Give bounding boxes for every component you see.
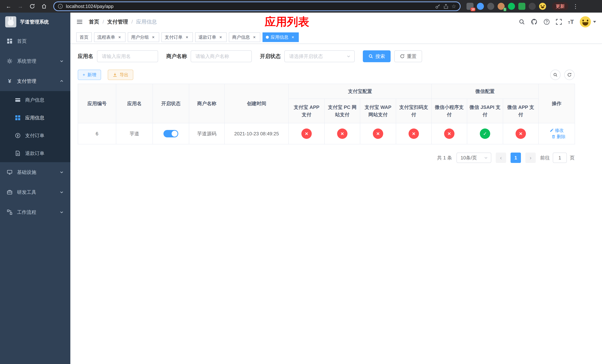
close-icon[interactable]: × <box>252 35 257 40</box>
cell-status <box>153 123 189 144</box>
page-size-select[interactable]: 10条/页 <box>456 152 491 163</box>
tab-merchant-info[interactable]: 商户信息× <box>229 32 260 42</box>
sidebar-item-merchant-info[interactable]: 商户信息 <box>0 91 70 109</box>
forward-icon[interactable]: → <box>16 1 25 11</box>
config-status-icon <box>408 128 419 139</box>
browser-update-button[interactable]: 更新 <box>552 2 568 10</box>
edit-link[interactable]: 修改 <box>550 127 564 133</box>
home-icon[interactable] <box>39 1 49 11</box>
search-icon[interactable] <box>519 19 525 25</box>
app-name-input[interactable] <box>97 50 158 62</box>
status-toggle[interactable] <box>163 130 178 137</box>
tab-home[interactable]: 首页 <box>76 32 92 42</box>
close-icon[interactable]: × <box>117 35 122 40</box>
font-size-icon[interactable]: TT <box>568 19 574 25</box>
tab-label: 支付订单 <box>165 34 183 40</box>
browser-menu-icon[interactable]: ⋮ <box>570 3 580 10</box>
sidebar-item-system[interactable]: 系统管理 <box>0 51 70 71</box>
col-header-app-name: 应用名 <box>116 84 153 123</box>
sidebar-item-refund-orders[interactable]: 退款订单 <box>0 144 70 162</box>
goto-page: 前往 页 <box>540 152 575 163</box>
close-icon[interactable]: × <box>290 35 295 40</box>
reload-icon[interactable] <box>27 1 37 11</box>
refresh-table-button[interactable] <box>564 70 575 80</box>
github-icon[interactable] <box>531 19 538 25</box>
breadcrumb-separator: / <box>131 19 133 25</box>
url-text[interactable]: localhost:1024/pay/app <box>66 4 432 9</box>
delete-link[interactable]: 删除 <box>551 134 566 139</box>
fullscreen-icon[interactable] <box>556 19 562 25</box>
hamburger-icon[interactable] <box>76 19 83 25</box>
extension-icon[interactable]: 10 <box>466 3 473 10</box>
active-dot <box>266 36 269 39</box>
search-button[interactable]: 搜索 <box>363 50 391 62</box>
config-status-icon <box>444 128 454 139</box>
sidebar-logo[interactable]: 芋道管理系统 <box>0 13 70 31</box>
tab-label: 首页 <box>80 34 88 40</box>
status-select[interactable]: 请选择开启状态 <box>284 50 355 62</box>
bookmark-star-icon[interactable]: ☆ <box>452 3 456 10</box>
avatar-eye <box>587 20 588 21</box>
extension-icon[interactable] <box>487 3 494 10</box>
close-icon[interactable]: × <box>184 35 190 40</box>
sidebar: 芋道管理系统 首页 系统管理 ¥ 支付管理 <box>0 13 70 364</box>
next-page-button[interactable]: › <box>525 152 536 163</box>
config-status-icon <box>516 128 526 139</box>
export-button[interactable]: 导出 <box>108 70 133 80</box>
download-icon <box>113 72 117 77</box>
edit-pencil-icon <box>550 128 554 132</box>
extension-icon[interactable] <box>508 3 515 10</box>
table-row: 6 芋道 芋道源码 2021-10-23 08:49:25 <box>78 123 575 144</box>
close-icon[interactable]: × <box>151 35 156 40</box>
font-size-big-t: T <box>570 19 574 25</box>
extension-badge: 1 <box>503 8 506 11</box>
chevron-down-icon <box>484 156 488 160</box>
extension-avatar-icon[interactable]: 1 <box>498 3 505 10</box>
goto-page-input[interactable] <box>553 152 567 163</box>
share-icon[interactable] <box>443 4 449 9</box>
tab-label: 应用信息 <box>271 34 288 40</box>
profile-avatar-icon[interactable] <box>539 3 546 10</box>
sidebar-item-dev-tools[interactable]: 研发工具 <box>0 182 70 202</box>
breadcrumb-payment[interactable]: 支付管理 <box>107 18 128 25</box>
tab-pay-orders[interactable]: 支付订单× <box>161 32 193 42</box>
sidebar-item-infrastructure[interactable]: 基础设施 <box>0 162 70 182</box>
back-icon[interactable]: ← <box>4 1 13 11</box>
breadcrumb-home[interactable]: 首页 <box>89 18 99 25</box>
avatar-mouth <box>582 22 588 26</box>
extension-icon[interactable] <box>477 3 484 10</box>
sidebar-item-workflow[interactable]: 工作流程 <box>0 202 70 222</box>
merchant-name-input[interactable] <box>191 50 252 62</box>
tab-process-form[interactable]: 流程表单× <box>94 32 126 42</box>
address-bar[interactable]: localhost:1024/pay/app ☆ <box>53 1 461 11</box>
user-avatar[interactable] <box>580 16 596 27</box>
font-size-small-t: T <box>568 21 570 25</box>
chevron-down-icon <box>60 190 64 194</box>
sidebar-item-home[interactable]: 首页 <box>0 31 70 51</box>
chevron-down-icon <box>60 210 64 214</box>
tab-refund-orders[interactable]: 退款订单× <box>195 32 226 42</box>
sidebar-item-payment[interactable]: ¥ 支付管理 <box>0 71 70 91</box>
tab-user-group[interactable]: 用户分组× <box>128 32 159 42</box>
extension-icon[interactable] <box>529 3 536 10</box>
password-key-icon[interactable] <box>435 4 441 9</box>
reset-button[interactable]: 重置 <box>394 50 422 62</box>
sidebar-item-pay-orders[interactable]: 支付订单 <box>0 127 70 144</box>
page-title: 应用列表 <box>265 14 309 30</box>
tab-app-info[interactable]: 应用信息× <box>262 32 299 42</box>
sidebar-item-app-info[interactable]: 应用信息 <box>0 109 70 127</box>
add-button[interactable]: + 新增 <box>78 70 101 80</box>
toggle-search-button[interactable] <box>550 70 560 80</box>
chevron-down-icon <box>60 170 64 174</box>
close-icon[interactable]: × <box>218 35 223 40</box>
prev-page-button[interactable]: ‹ <box>496 152 506 163</box>
cell-actions: 修改 删除 <box>538 123 575 144</box>
sidebar-item-label: 研发工具 <box>17 189 36 195</box>
page-number-1[interactable]: 1 <box>511 152 521 163</box>
plus-icon: + <box>83 72 85 77</box>
extension-icon[interactable] <box>518 3 525 10</box>
site-info-icon[interactable] <box>58 4 63 9</box>
cell-alipay-app <box>289 123 324 144</box>
help-icon[interactable] <box>544 19 550 25</box>
config-status-icon <box>373 128 383 139</box>
